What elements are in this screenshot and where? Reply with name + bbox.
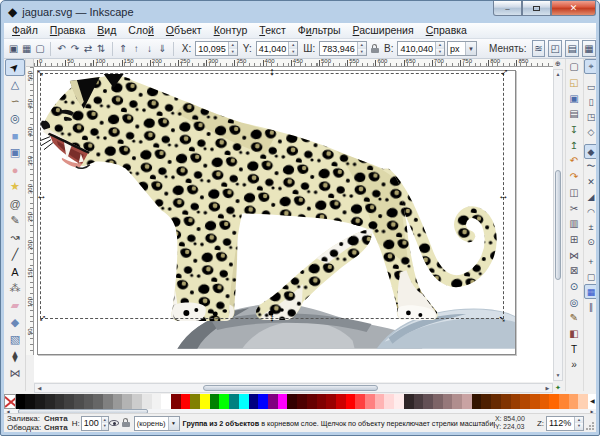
tool-rectangle[interactable]: ■	[5, 127, 25, 144]
color-swatch[interactable]	[287, 394, 297, 409]
menu-Правка[interactable]: Правка	[44, 23, 91, 38]
snap-cusp-nodes-button[interactable]: ◢	[584, 189, 596, 204]
scale-handle-n[interactable]: ↕	[267, 67, 277, 76]
layer-lock-icon[interactable]	[121, 418, 133, 428]
zoom-drawing-button[interactable]: ⊙	[566, 279, 582, 295]
color-swatch[interactable]	[404, 394, 414, 409]
zoom-page-button[interactable]: ◎	[566, 294, 582, 310]
select-all-button[interactable]: ▣	[8, 41, 19, 57]
snap-rotation-centers-button[interactable]: +	[584, 254, 596, 269]
opacity-field[interactable]: 100▲▼	[81, 416, 109, 431]
menu-Справка[interactable]: Справка	[420, 23, 473, 38]
color-swatch[interactable]	[365, 394, 375, 409]
tool-connector[interactable]: ⋈	[5, 365, 25, 382]
color-swatch[interactable]	[219, 394, 229, 409]
snap-path-intersections-button[interactable]: ✕	[584, 174, 596, 189]
color-swatch[interactable]	[93, 394, 103, 409]
color-swatch[interactable]	[433, 394, 443, 409]
color-swatch[interactable]	[414, 394, 424, 409]
color-swatch[interactable]	[258, 394, 268, 409]
affect-stroke-button[interactable]: ≋	[532, 40, 546, 57]
print-button[interactable]: ▤	[566, 106, 582, 122]
canvas[interactable]: ↔ ↕ ↔ ↔ ↔ ↔ ↕ ↔	[34, 67, 553, 382]
select-all-layers-button[interactable]: ▦	[21, 41, 32, 57]
snap-page-border-button[interactable]: ▢	[584, 269, 596, 284]
color-swatch[interactable]	[132, 394, 142, 409]
open-document-button[interactable]: ◱	[566, 75, 582, 91]
color-swatch[interactable]	[423, 394, 433, 409]
deselect-button[interactable]: ▢	[34, 41, 45, 57]
redo-button[interactable]: ↷	[566, 169, 582, 185]
snap-nodes-button[interactable]: ◆	[584, 144, 596, 159]
color-swatch[interactable]	[161, 394, 171, 409]
tool-spiral[interactable]: @	[5, 195, 25, 212]
overflow-button[interactable]: »	[566, 357, 582, 373]
duplicate-button[interactable]: ⊞	[566, 232, 582, 248]
color-swatch[interactable]	[84, 394, 94, 409]
ruler-vertical[interactable]: 500450400350300250200150100500	[26, 67, 34, 355]
menu-Слой[interactable]: Слой	[122, 23, 160, 38]
color-swatch[interactable]	[74, 394, 84, 409]
color-swatch[interactable]	[239, 394, 249, 409]
unit-selector[interactable]: px▼	[447, 41, 477, 56]
rotate-cw-button[interactable]: ↷	[69, 41, 80, 57]
raise-to-top-button[interactable]: ⇑	[118, 41, 129, 57]
menu-Фильтры[interactable]: Фильтры	[292, 23, 347, 38]
affect-gradients-button[interactable]: ▤	[565, 40, 579, 57]
maximize-button[interactable]	[522, 1, 551, 16]
menu-Контур[interactable]: Контур	[208, 23, 254, 38]
snap-bbox-edges-button[interactable]: ▯	[584, 94, 596, 109]
import-button[interactable]: ↧	[566, 122, 582, 138]
color-swatch[interactable]	[452, 394, 462, 409]
height-field[interactable]: 410,040▲▼	[397, 41, 445, 56]
tool-eraser[interactable]: ▰	[5, 297, 25, 314]
color-swatch[interactable]	[307, 394, 317, 409]
menu-Текст[interactable]: Текст	[253, 23, 291, 38]
color-swatch[interactable]	[25, 394, 35, 409]
layer-selector[interactable]: (корень)▼	[134, 416, 180, 431]
scale-handle-s[interactable]: ↕	[267, 313, 277, 322]
color-swatch[interactable]	[278, 394, 288, 409]
color-swatch[interactable]	[35, 394, 45, 409]
color-swatch[interactable]	[462, 394, 472, 409]
color-swatch[interactable]	[326, 394, 336, 409]
snap-bbox-midpoints-button[interactable]: ◇	[584, 124, 596, 139]
scroll-corner-icon[interactable]: ✦	[553, 383, 563, 393]
undo-button[interactable]: ↶	[566, 153, 582, 169]
palette-overflow-arrow[interactable]: ◀	[588, 394, 596, 409]
snap-smooth-nodes-button[interactable]: ◠	[584, 204, 596, 219]
fill-value[interactable]: Снята	[44, 414, 68, 423]
color-swatch[interactable]	[355, 394, 365, 409]
swatch-none[interactable]	[4, 394, 16, 409]
tool-tweak[interactable]: ∽	[5, 93, 25, 110]
horizontal-scrollbar[interactable]: ◀ ▶	[34, 383, 553, 393]
tool-calligraphy[interactable]: ╱	[5, 246, 25, 263]
tool-bezier[interactable]: ↝	[5, 229, 25, 246]
color-swatch[interactable]	[229, 394, 239, 409]
tool-node-editor[interactable]: △	[5, 76, 25, 93]
width-field[interactable]: 783,946▲▼	[319, 41, 367, 56]
color-swatch[interactable]	[210, 394, 220, 409]
color-swatch[interactable]	[540, 394, 550, 409]
color-swatch[interactable]	[511, 394, 521, 409]
color-swatch[interactable]	[559, 394, 569, 409]
color-swatch[interactable]	[375, 394, 385, 409]
affect-patterns-button[interactable]: ▦	[582, 40, 596, 57]
color-swatch[interactable]	[317, 394, 327, 409]
color-swatch[interactable]	[103, 394, 113, 409]
color-swatch[interactable]	[569, 394, 579, 409]
scroll-up-arrow[interactable]: ▲	[554, 70, 562, 79]
snap-paths-button[interactable]: 〜	[584, 159, 596, 174]
affect-corners-button[interactable]: ◰	[548, 40, 562, 57]
snap-guides-button[interactable]: ∥	[584, 299, 596, 314]
menu-Вид[interactable]: Вид	[91, 23, 122, 38]
color-swatch[interactable]	[45, 394, 55, 409]
tool-bucket[interactable]: ◆	[5, 314, 25, 331]
snap-enable-button[interactable]: ⌖	[584, 59, 596, 74]
color-swatch[interactable]	[113, 394, 123, 409]
flip-horizontal-button[interactable]: ⇄	[82, 41, 93, 57]
lower-button[interactable]: ↓	[144, 41, 155, 57]
color-swatch[interactable]	[336, 394, 346, 409]
y-field[interactable]: 41,040▲▼	[256, 41, 299, 56]
tool-text[interactable]: A	[5, 263, 25, 280]
